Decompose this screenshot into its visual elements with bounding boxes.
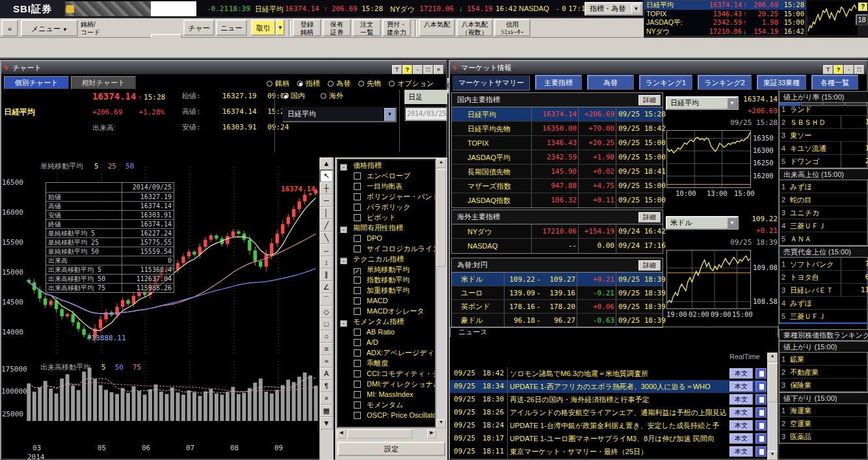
scrollbar-thumb[interactable] bbox=[767, 363, 778, 402]
account-nav-button[interactable]: 保有 証券 bbox=[322, 19, 351, 36]
index-row[interactable]: NYダウ 17210.06 +154.19 09/24 16:42 bbox=[452, 224, 663, 239]
ranking-row[interactable]: 2 蛇の目 bbox=[780, 193, 868, 206]
indicator-item[interactable]: サイコロジカルライン bbox=[338, 243, 435, 254]
news-scrollbar[interactable]: ▲ ▼ bbox=[767, 353, 778, 460]
account-nav-button[interactable]: 注文 一覧 bbox=[352, 19, 381, 36]
indicator-item[interactable]: モメンタム指標 bbox=[338, 316, 435, 327]
news-row[interactable]: 09/25 18:17 UPDATE 1-ユーロ圏マネーサプライM3、8月は伸び… bbox=[450, 432, 766, 445]
tree-toggle-box[interactable] bbox=[354, 339, 361, 346]
diamond-marker-tool-icon[interactable]: ◇ bbox=[320, 306, 333, 318]
range-tool-icon[interactable]: ↕ bbox=[320, 256, 333, 269]
indicator-item[interactable]: MACDオシレータ bbox=[338, 306, 435, 316]
tree-toggle-box[interactable] bbox=[354, 412, 361, 419]
news-attachment-icon[interactable] bbox=[756, 446, 767, 457]
ranking-row[interactable]: 2 ＳＢＳＨＤ 1 bbox=[780, 116, 868, 129]
forex-row[interactable]: 豪ドル 96.18 - 96.27 -0.63 09/25 18:39 bbox=[452, 314, 663, 327]
scroll-down-icon[interactable]: ▼ bbox=[320, 417, 333, 429]
usdjpy-intraday-chart[interactable] bbox=[666, 250, 751, 309]
detail-button[interactable]: 詳細 bbox=[638, 260, 661, 271]
index-row[interactable]: NASDAQ -- 0.00 09/24 17:16 bbox=[452, 239, 663, 253]
menu-button[interactable]: メニュー ▼ bbox=[21, 20, 78, 36]
index-forex-selector[interactable]: 指標・為替 ▼ bbox=[585, 2, 643, 16]
tree-toggle-box[interactable] bbox=[354, 214, 361, 221]
ranking-row[interactable]: 4 みずほ bbox=[780, 297, 868, 310]
chevron-down-icon[interactable]: ▼ bbox=[631, 4, 641, 14]
indicator-item[interactable]: エンベロープ bbox=[338, 170, 435, 181]
indicator-scrollbar[interactable]: ▲ ▼ bbox=[436, 159, 446, 428]
parallel-channel-tool-icon[interactable]: ∥ bbox=[320, 269, 333, 281]
ranking-row[interactable]: 2 不動産業 bbox=[780, 366, 868, 379]
account-nav-button[interactable]: 登録 銘柄 bbox=[293, 19, 321, 36]
date-input[interactable]: 2014/03/25 bbox=[404, 107, 447, 121]
indicator-item[interactable]: 指数移動平均 bbox=[338, 275, 435, 285]
scroll-down-icon[interactable]: ▼ bbox=[767, 451, 778, 460]
account-nav-button[interactable]: 買付・ 建余力 bbox=[382, 19, 411, 36]
window-control-button[interactable]: - bbox=[413, 65, 423, 74]
news-row[interactable]: 09/25 18:11 東京マーケット・サマリー・最終（25日） 本文 bbox=[450, 445, 766, 458]
quote-board-button[interactable]: 八本気配 （複数） bbox=[456, 19, 493, 36]
tree-toggle-box[interactable] bbox=[354, 268, 361, 275]
indicator-item[interactable]: テクニカル指標 bbox=[338, 254, 435, 264]
news-row[interactable]: 09/25 18:42 ソロモン諸島でM6.3の地震＝米地質調査所 本文 bbox=[450, 367, 766, 380]
scope-radio[interactable]: 国内 bbox=[282, 92, 305, 100]
ranking-row[interactable]: 5 三菱ＵＦＪ bbox=[780, 310, 868, 323]
ranking-row[interactable]: 2 空運業 bbox=[780, 417, 868, 430]
ranking-row[interactable]: 4 キユソ流通 1 bbox=[780, 142, 868, 155]
index-row[interactable]: JASDAQ平均 2342.59 +1.98 09/25 15:00 bbox=[452, 150, 663, 165]
detail-button[interactable]: 詳細 bbox=[638, 95, 661, 105]
settings-button[interactable]: 設定 bbox=[337, 442, 445, 456]
news-attachment-icon[interactable] bbox=[756, 433, 767, 444]
ranking-row[interactable]: 3 ユニチカ bbox=[780, 206, 868, 219]
news-row[interactable]: 09/25 18:30 再送-26日の国内・海外経済指標と行事予定 本文 bbox=[450, 393, 766, 406]
tree-toggle-box[interactable] bbox=[340, 320, 347, 327]
tab-individual-chart[interactable]: 個別チャート bbox=[4, 76, 69, 89]
window-control-button[interactable]: T bbox=[823, 65, 833, 74]
rectangle-tool-icon[interactable]: □ bbox=[320, 318, 333, 331]
scope-radio[interactable]: 海外 bbox=[321, 92, 343, 100]
scroll-up-icon[interactable]: ▲ bbox=[320, 157, 333, 170]
vertical-line-tool-icon[interactable]: │ bbox=[320, 207, 333, 219]
indicator-item[interactable]: MACD bbox=[338, 295, 435, 306]
news-body-button[interactable]: 本文 bbox=[730, 433, 753, 444]
tree-toggle-box[interactable] bbox=[354, 360, 361, 367]
tree-toggle-box[interactable] bbox=[354, 370, 361, 377]
trade-dropdown-button[interactable]: ▼ bbox=[276, 20, 285, 36]
index-quote-row[interactable]: JASDAQ平: 2342.59 ↑ 1.98 15:00 bbox=[644, 18, 806, 27]
horizontal-line-tool-icon[interactable]: ─ bbox=[320, 195, 333, 207]
tree-toggle-box[interactable] bbox=[340, 164, 347, 170]
symbol-select[interactable]: 日経平均 ▼ bbox=[282, 107, 397, 122]
quote-board-button[interactable]: 八本気配 bbox=[419, 19, 455, 36]
index-quote-row[interactable]: TOPIX 1346.43 ↑ 20.25 15:00 bbox=[644, 10, 806, 19]
indicator-hscrollbar[interactable]: ◀ ▶ bbox=[337, 429, 436, 439]
indicator-item[interactable]: CCI:コモディティ・チャ bbox=[338, 368, 435, 379]
indicator-item[interactable]: 単純移動平均 bbox=[338, 264, 435, 275]
news-attachment-icon[interactable] bbox=[756, 420, 767, 431]
help-button[interactable]: ? bbox=[858, 3, 867, 11]
wave-tool-icon[interactable]: ≈ bbox=[320, 355, 333, 368]
indicator-item[interactable]: AB Ratio bbox=[338, 327, 435, 337]
news-body-button[interactable]: 本文 bbox=[730, 420, 753, 431]
tree-toggle-box[interactable] bbox=[354, 235, 361, 242]
market-tab[interactable]: ランキング2 bbox=[698, 75, 751, 90]
news-attachment-icon[interactable] bbox=[756, 368, 767, 379]
tree-toggle-box[interactable] bbox=[354, 193, 361, 200]
tree-toggle-box[interactable] bbox=[354, 183, 361, 190]
window-control-button[interactable]: □ bbox=[423, 65, 433, 74]
chevron-down-icon[interactable]: ▼ bbox=[384, 108, 395, 121]
delete-tool-icon[interactable]: × bbox=[320, 392, 333, 405]
indicator-item[interactable]: DMI:ディレクショナル・ bbox=[338, 379, 435, 389]
forex-row[interactable]: 米ドル 109.22 - 109.27 +0.21 09/25 18:39 bbox=[452, 273, 663, 286]
gann-fan-tool-icon[interactable]: ∠ bbox=[320, 281, 333, 293]
index-row[interactable]: TOPIX 1346.43 +20.25 09/25 15:00 bbox=[452, 136, 663, 150]
ranking-row[interactable]: 3 医薬品 bbox=[780, 430, 868, 443]
window-control-button[interactable]: T bbox=[392, 65, 402, 74]
indicator-item[interactable]: 価格指標 bbox=[338, 160, 435, 170]
tree-toggle-box[interactable] bbox=[340, 258, 347, 264]
news-row[interactable]: 09/25 18:26 アイルランドの格安航空ライアンエア、通期利益は予想の上限… bbox=[450, 406, 766, 419]
mini-chart1-symbol-select[interactable]: 日経平均 ▼ bbox=[666, 96, 739, 110]
quick-action-button[interactable]: チャート bbox=[183, 20, 215, 36]
tree-toggle-box[interactable] bbox=[354, 391, 361, 398]
window-control-button[interactable]: ? bbox=[834, 65, 843, 74]
tree-toggle-box[interactable] bbox=[354, 381, 361, 388]
indicator-item[interactable]: A/D bbox=[338, 337, 435, 347]
